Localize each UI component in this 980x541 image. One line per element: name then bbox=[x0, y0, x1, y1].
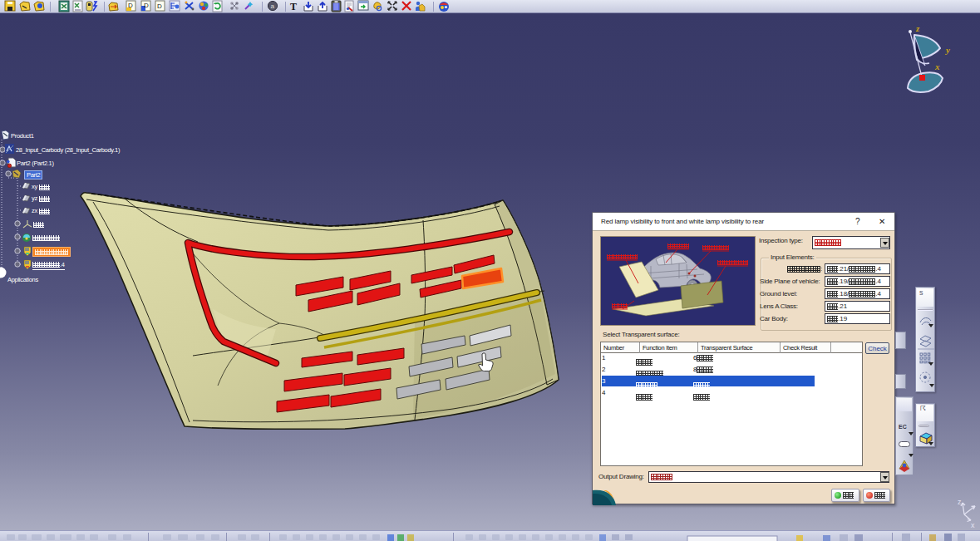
svg-text:a: a bbox=[270, 2, 274, 10]
svg-text:y: y bbox=[944, 45, 950, 55]
svg-text:T: T bbox=[290, 1, 297, 12]
svg-text:D: D bbox=[144, 2, 149, 9]
svg-text:x: x bbox=[971, 521, 975, 529]
svg-text:D: D bbox=[157, 2, 162, 10]
svg-text:z: z bbox=[958, 498, 962, 506]
svg-text:D: D bbox=[128, 2, 133, 9]
svg-text:z: z bbox=[915, 23, 920, 33]
svg-text:x: x bbox=[934, 61, 940, 71]
